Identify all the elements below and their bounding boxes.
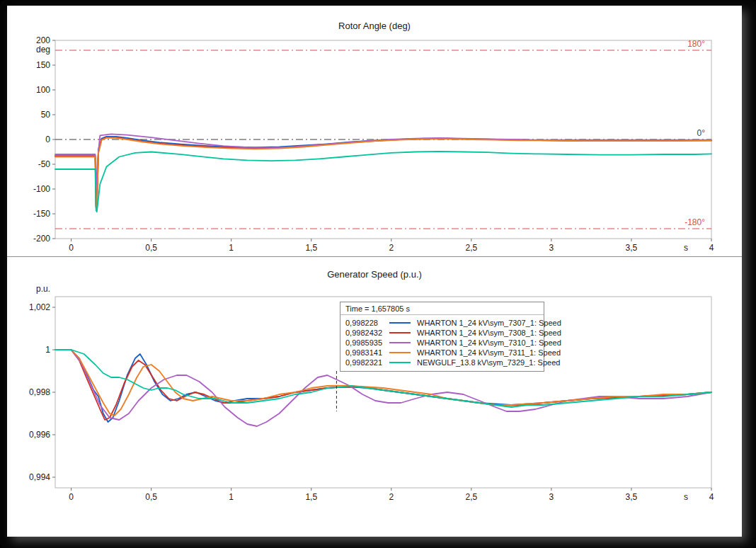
legend-value: 0,9982321 bbox=[345, 358, 389, 367]
y-tick-label: 50 bbox=[41, 110, 51, 120]
series-line bbox=[55, 152, 711, 212]
legend-row: 0,9983141WHARTON 1_24 kV\sym_7311_1: Spe… bbox=[345, 348, 539, 358]
x-tick-label: 0,5 bbox=[145, 243, 157, 253]
reference-line-label: -180° bbox=[685, 217, 705, 227]
cursor-legend-rows: 0,998228WHARTON 1_24 kV\sym_7307_1: Spee… bbox=[340, 315, 544, 371]
reference-line-label: 0° bbox=[697, 128, 706, 138]
y-tick-label: 0 bbox=[45, 135, 50, 144]
reference-line-label: 180° bbox=[687, 39, 705, 49]
x-tick-label: 3 bbox=[549, 243, 554, 253]
generator-speed-plot[interactable]: 1,00210,9980,9960,99400,511,522,533,54p.… bbox=[7, 257, 742, 536]
x-unit-label: s bbox=[684, 243, 688, 253]
y-tick-label: 0,994 bbox=[29, 472, 50, 482]
rotor-angle-chart-title: Rotor Angle (deg) bbox=[7, 21, 742, 31]
cursor-legend-box[interactable]: Time = 1,657805 s 0,998228WHARTON 1_24 k… bbox=[340, 302, 544, 372]
series-line bbox=[55, 137, 711, 209]
x-tick-label: 3,5 bbox=[626, 492, 638, 502]
x-tick-label: 0,5 bbox=[145, 492, 157, 502]
y-unit-label: deg bbox=[36, 45, 50, 55]
legend-value: 0,998228 bbox=[345, 319, 389, 327]
x-tick-label: 2 bbox=[389, 492, 394, 502]
legend-value: 0,9982432 bbox=[345, 329, 389, 337]
x-tick-label: 1,5 bbox=[305, 243, 317, 253]
x-tick-label: 1 bbox=[229, 243, 234, 253]
x-tick-label: 2,5 bbox=[466, 492, 478, 502]
y-tick-label: 100 bbox=[36, 85, 50, 95]
y-tick-label: -150 bbox=[33, 209, 50, 219]
screen-background: Rotor Angle (deg) 200150100500-50-100-15… bbox=[0, 0, 756, 548]
y-tick-label: 150 bbox=[36, 60, 50, 70]
x-tick-label: 2,5 bbox=[466, 243, 478, 253]
legend-row: 0,9982321NEWGULF_13.8 kV\sym_7329_1: Spe… bbox=[345, 358, 539, 367]
legend-color-line bbox=[389, 342, 411, 343]
legend-color-line bbox=[389, 362, 411, 363]
x-tick-label: 3,5 bbox=[626, 243, 638, 253]
x-tick-label: 4 bbox=[709, 492, 714, 502]
y-unit-label: p.u. bbox=[36, 284, 50, 294]
y-tick-label: -100 bbox=[33, 184, 50, 194]
legend-label: WHARTON 1_24 kV\sym_7307_1: Speed bbox=[417, 319, 561, 327]
series-line bbox=[55, 138, 711, 210]
x-tick-label: 4 bbox=[709, 243, 714, 253]
x-tick-label: 3 bbox=[549, 492, 554, 502]
cursor-time-label: Time = 1,657805 s bbox=[340, 302, 544, 315]
y-tick-label: 1 bbox=[45, 345, 50, 355]
legend-row: 0,9982432WHARTON 1_24 kV\sym_7308_1: Spe… bbox=[345, 328, 539, 338]
x-unit-label: s bbox=[684, 492, 688, 502]
y-tick-label: 1,002 bbox=[29, 302, 50, 312]
legend-row: 0,9985935WHARTON 1_24 kV\sym_7310_1: Spe… bbox=[345, 338, 539, 348]
legend-row: 0,998228WHARTON 1_24 kV\sym_7307_1: Spee… bbox=[345, 318, 539, 328]
legend-label: NEWGULF_13.8 kV\sym_7329_1: Speed bbox=[417, 358, 560, 367]
rotor-angle-chart-section: Rotor Angle (deg) 200150100500-50-100-15… bbox=[7, 6, 742, 257]
x-tick-label: 1,5 bbox=[305, 492, 317, 502]
legend-label: WHARTON 1_24 kV\sym_7311_1: Speed bbox=[417, 348, 561, 357]
plot-panel: Rotor Angle (deg) 200150100500-50-100-15… bbox=[7, 6, 742, 537]
legend-value: 0,9985935 bbox=[345, 338, 389, 347]
y-tick-label: 200 bbox=[36, 35, 50, 45]
legend-color-line bbox=[389, 322, 411, 324]
rotor-angle-plot[interactable]: 200150100500-50-100-150-20000,511,522,53… bbox=[7, 6, 742, 257]
legend-color-line bbox=[389, 352, 411, 353]
y-tick-label: 0,998 bbox=[29, 387, 50, 397]
generator-speed-chart-section: Generator Speed (p.u.) 1,00210,9980,9960… bbox=[7, 257, 742, 536]
y-tick-label: -200 bbox=[33, 234, 50, 244]
y-tick-label: -50 bbox=[38, 159, 51, 169]
x-tick-label: 2 bbox=[389, 243, 394, 253]
legend-label: WHARTON 1_24 kV\sym_7308_1: Speed bbox=[417, 329, 561, 337]
generator-speed-chart-title: Generator Speed (p.u.) bbox=[7, 269, 742, 280]
x-tick-label: 1 bbox=[229, 492, 234, 502]
legend-value: 0,9983141 bbox=[345, 348, 389, 357]
y-tick-label: 0,996 bbox=[29, 430, 50, 440]
x-tick-label: 0 bbox=[69, 492, 74, 502]
legend-color-line bbox=[389, 332, 411, 333]
series-line bbox=[55, 137, 711, 210]
x-tick-label: 0 bbox=[69, 243, 74, 253]
legend-label: WHARTON 1_24 kV\sym_7310_1: Speed bbox=[417, 338, 561, 347]
